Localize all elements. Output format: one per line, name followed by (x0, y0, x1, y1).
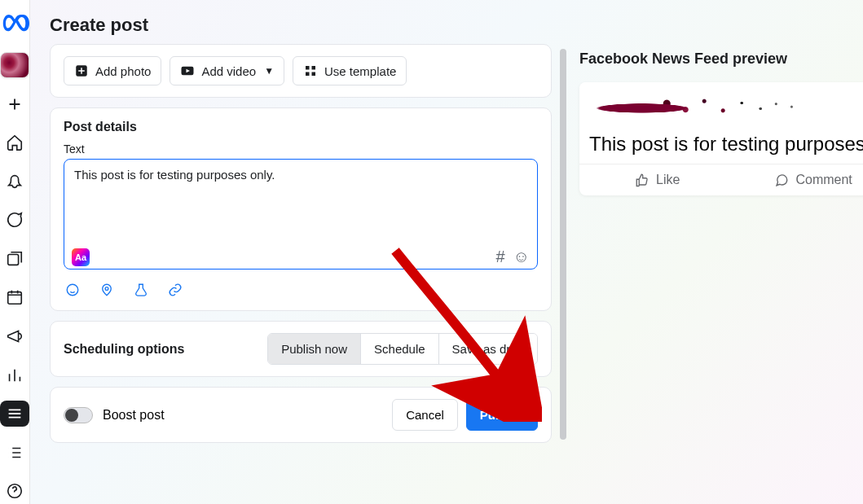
preview-actions: Like Comment (579, 164, 863, 195)
boost-label: Boost post (103, 408, 165, 423)
todo-icon[interactable] (0, 440, 29, 466)
scrollbar-thumb[interactable] (560, 49, 566, 440)
footer-card: Boost post Cancel Publish (50, 387, 552, 443)
ads-icon[interactable] (0, 323, 29, 349)
add-video-button[interactable]: Add video ▼ (170, 56, 284, 85)
post-attachments-row (64, 281, 538, 299)
preview-column: Facebook News Feed preview This post is … (579, 44, 863, 504)
add-photo-button[interactable]: Add photo (64, 56, 161, 85)
preview-post-text: This post is for testing purposes o (579, 129, 863, 164)
svg-point-6 (105, 287, 108, 291)
svg-rect-1 (8, 292, 22, 305)
insights-icon[interactable] (0, 362, 29, 388)
left-nav-rail (0, 0, 30, 504)
text-field-label: Text (64, 142, 538, 156)
menu-icon[interactable] (0, 401, 29, 427)
emoji-icon[interactable]: ☺ (513, 248, 530, 266)
post-text-input[interactable] (64, 159, 538, 270)
preview-comment-label: Comment (795, 173, 852, 187)
hashtag-icon[interactable]: # (495, 248, 504, 266)
add-video-label: Add video (201, 64, 256, 78)
feeling-icon[interactable] (64, 281, 81, 299)
page-avatar[interactable] (0, 52, 29, 78)
page-title: Create post (50, 15, 863, 36)
publish-now-option[interactable]: Publish now (268, 334, 360, 364)
preview-image (579, 82, 863, 129)
content-icon[interactable] (0, 246, 29, 272)
use-template-button[interactable]: Use template (293, 56, 407, 85)
preview-title: Facebook News Feed preview (579, 50, 863, 68)
help-icon[interactable] (0, 478, 29, 504)
preview-card: This post is for testing purposes o Like… (579, 82, 863, 195)
chevron-down-icon: ▼ (264, 65, 274, 77)
media-card: Add photo Add video ▼ Use template (50, 44, 552, 98)
post-details-title: Post details (64, 120, 538, 134)
add-photo-label: Add photo (95, 64, 151, 78)
main-area: Create post Add photo Add video ▼ (30, 0, 863, 504)
home-icon[interactable] (0, 129, 29, 156)
preview-comment-button[interactable]: Comment (735, 164, 863, 195)
boost-toggle[interactable] (64, 407, 93, 423)
save-draft-option[interactable]: Save as draft (438, 334, 537, 364)
text-styles-icon: Aa (72, 248, 90, 266)
scheduling-title: Scheduling options (64, 342, 184, 357)
cancel-button[interactable]: Cancel (392, 399, 458, 431)
inbox-icon[interactable] (0, 208, 29, 234)
svg-point-5 (67, 284, 78, 296)
composer-column: Add photo Add video ▼ Use template Post … (50, 44, 552, 504)
scheduling-segmented: Publish now Schedule Save as draft (267, 333, 538, 365)
preview-like-label: Like (656, 173, 680, 187)
location-icon[interactable] (98, 281, 116, 299)
planner-icon[interactable] (0, 285, 29, 311)
link-icon[interactable] (166, 281, 184, 299)
schedule-option[interactable]: Schedule (360, 334, 438, 364)
create-icon[interactable] (0, 91, 29, 117)
preview-like-button[interactable]: Like (579, 164, 735, 195)
publish-button[interactable]: Publish (466, 399, 538, 431)
notifications-icon[interactable] (0, 169, 29, 195)
post-details-card: Post details Text Aa # ☺ (50, 107, 552, 311)
svg-rect-0 (8, 254, 19, 265)
ab-test-icon[interactable] (132, 281, 150, 299)
meta-logo[interactable] (0, 10, 29, 39)
text-styles-button[interactable]: Aa (72, 248, 90, 266)
scheduling-card: Scheduling options Publish now Schedule … (50, 321, 552, 377)
use-template-label: Use template (324, 64, 396, 78)
